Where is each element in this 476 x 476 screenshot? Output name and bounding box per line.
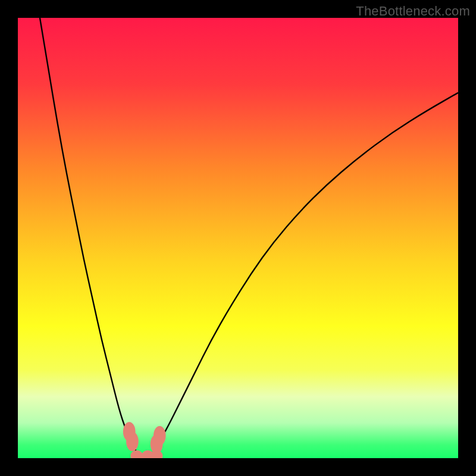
gradient-background — [18, 18, 458, 458]
marker-d — [154, 426, 166, 446]
plot-svg — [18, 18, 458, 458]
marker-b — [126, 432, 139, 452]
plot-area — [18, 18, 458, 458]
watermark-text: TheBottleneck.com — [356, 4, 470, 19]
